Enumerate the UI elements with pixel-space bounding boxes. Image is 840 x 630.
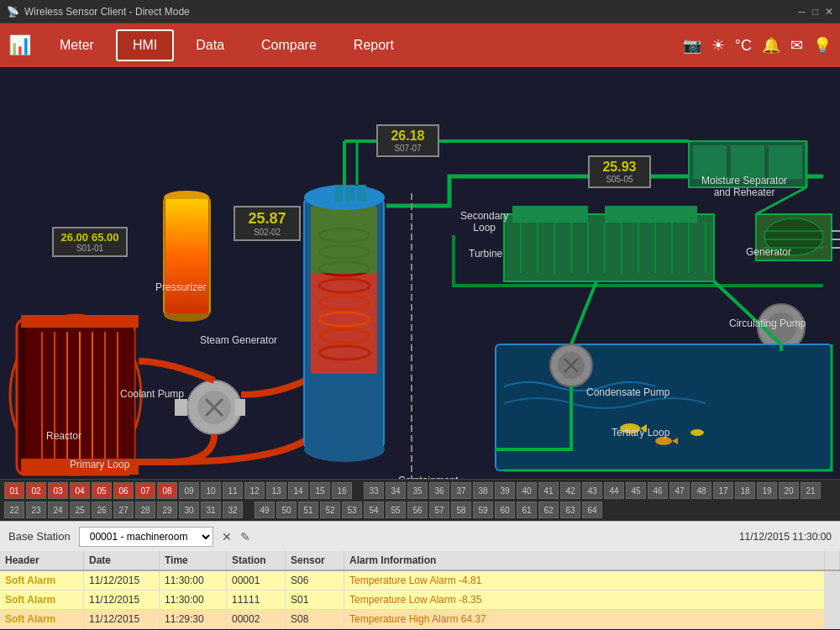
sensor-s0202[interactable]: 25.87 S02-02 bbox=[234, 206, 301, 241]
sensor-label: S01-01 bbox=[59, 244, 121, 253]
sensor-num-01[interactable]: 01 bbox=[4, 482, 24, 499]
base-station-select[interactable]: 00001 - machineroom bbox=[79, 527, 213, 547]
nav-hmi[interactable]: HMI bbox=[116, 29, 174, 61]
sensor-num-32[interactable]: 32 bbox=[223, 501, 243, 518]
sensor-num-31[interactable]: 31 bbox=[201, 501, 221, 518]
sensor-num-58[interactable]: 58 bbox=[451, 501, 471, 518]
sensor-num-14[interactable]: 14 bbox=[288, 482, 308, 499]
sensor-label: S05-05 bbox=[595, 175, 644, 184]
camera-icon[interactable]: 📷 bbox=[683, 36, 701, 55]
sensor-num-46[interactable]: 46 bbox=[648, 482, 668, 499]
sensor-num-57[interactable]: 57 bbox=[429, 501, 449, 518]
alarm-row-3[interactable]: Soft Alarm 11/12/2015 11:29:30 00002 S08… bbox=[0, 610, 840, 629]
sensor-num-18[interactable]: 18 bbox=[735, 482, 755, 499]
sensor-num-25[interactable]: 25 bbox=[70, 501, 90, 518]
sensor-value: 25.93 bbox=[595, 160, 644, 175]
svg-rect-55 bbox=[731, 145, 764, 179]
sensor-num-29[interactable]: 29 bbox=[157, 501, 177, 518]
email-icon[interactable]: ✉ bbox=[790, 36, 803, 55]
sensor-num-13[interactable]: 13 bbox=[266, 482, 286, 499]
sensor-num-36[interactable]: 36 bbox=[429, 482, 449, 499]
sensor-num-33[interactable]: 33 bbox=[364, 482, 384, 499]
sensor-num-07[interactable]: 07 bbox=[135, 482, 155, 499]
sensor-num-15[interactable]: 15 bbox=[310, 482, 330, 499]
sensor-num-37[interactable]: 37 bbox=[451, 482, 471, 499]
nav-data[interactable]: Data bbox=[181, 31, 239, 60]
sensor-s0505[interactable]: 25.93 S05-05 bbox=[588, 155, 651, 188]
brightness-icon[interactable]: ☀ bbox=[711, 36, 725, 55]
sensor-num-38[interactable]: 38 bbox=[473, 482, 493, 499]
sensor-num-10[interactable]: 10 bbox=[201, 482, 221, 499]
sensor-num-59[interactable]: 59 bbox=[473, 501, 493, 518]
nav-report[interactable]: Report bbox=[339, 31, 409, 60]
col-header-station: Station bbox=[227, 551, 286, 570]
sensor-num-17[interactable]: 17 bbox=[713, 482, 733, 499]
sensor-s0101[interactable]: 26.00 65.00 S01-01 bbox=[52, 227, 128, 257]
sensor-num-34[interactable]: 34 bbox=[386, 482, 406, 499]
sensor-num-54[interactable]: 54 bbox=[364, 501, 384, 518]
sensor-num-45[interactable]: 45 bbox=[626, 482, 646, 499]
sensor-num-49[interactable]: 49 bbox=[255, 501, 275, 518]
sensor-num-20[interactable]: 20 bbox=[779, 482, 799, 499]
sensor-num-02[interactable]: 02 bbox=[26, 482, 46, 499]
sensor-num-08[interactable]: 08 bbox=[157, 482, 177, 499]
hmi-display: 26.18 S07-07 25.93 S05-05 26.00 65.00 S0… bbox=[0, 67, 840, 479]
nav-compare[interactable]: Compare bbox=[246, 31, 332, 60]
sensor-num-64[interactable]: 64 bbox=[582, 501, 602, 518]
sensor-num-35[interactable]: 35 bbox=[407, 482, 428, 499]
sensor-num-39[interactable]: 39 bbox=[495, 482, 515, 499]
maximize-button[interactable]: □ bbox=[812, 6, 818, 18]
sensor-num-63[interactable]: 63 bbox=[560, 501, 580, 518]
sensor-num-62[interactable]: 62 bbox=[538, 501, 559, 518]
sensor-num-23[interactable]: 23 bbox=[26, 501, 46, 518]
sensor-num-09[interactable]: 09 bbox=[179, 482, 199, 499]
sensor-num-06[interactable]: 06 bbox=[113, 482, 134, 499]
alarm-icon[interactable]: 🔔 bbox=[762, 36, 780, 55]
sensor-num-21[interactable]: 21 bbox=[801, 482, 821, 499]
sensor-num-28[interactable]: 28 bbox=[135, 501, 155, 518]
sensor-num-11[interactable]: 11 bbox=[223, 482, 243, 499]
temperature-icon[interactable]: °C bbox=[735, 37, 752, 55]
sensor-num-47[interactable]: 47 bbox=[669, 482, 690, 499]
sensor-num-26[interactable]: 26 bbox=[92, 501, 112, 518]
sensor-num-43[interactable]: 43 bbox=[582, 482, 602, 499]
minimize-button[interactable]: ─ bbox=[798, 6, 806, 18]
sensor-grid: 01 02 03 04 05 06 07 08 09 10 11 12 13 1… bbox=[0, 479, 840, 521]
sensor-num-03[interactable]: 03 bbox=[48, 482, 68, 499]
settings-icon[interactable]: 💡 bbox=[813, 36, 832, 55]
sensor-num-24[interactable]: 24 bbox=[48, 501, 68, 518]
sensor-num-12[interactable]: 12 bbox=[244, 482, 265, 499]
sensor-num-05[interactable]: 05 bbox=[92, 482, 112, 499]
sensor-num-50[interactable]: 50 bbox=[276, 501, 297, 518]
sensor-num-30[interactable]: 30 bbox=[179, 501, 199, 518]
sensor-num-16[interactable]: 16 bbox=[332, 482, 352, 499]
sensor-num-42[interactable]: 42 bbox=[560, 482, 580, 499]
sensor-num-55[interactable]: 55 bbox=[386, 501, 406, 518]
sensor-num-40[interactable]: 40 bbox=[517, 482, 537, 499]
sensor-num-48[interactable]: 48 bbox=[691, 482, 711, 499]
alarm-station-1: 00001 bbox=[227, 571, 286, 590]
sensor-num-52[interactable]: 52 bbox=[320, 501, 340, 518]
sensor-num-41[interactable]: 41 bbox=[538, 482, 559, 499]
alarm-section: Header Date Time Station Sensor Alarm In… bbox=[0, 551, 840, 629]
sensor-s0707[interactable]: 26.18 S07-07 bbox=[376, 124, 439, 157]
close-button[interactable]: ✕ bbox=[825, 6, 833, 18]
sensor-num-19[interactable]: 19 bbox=[757, 482, 777, 499]
nav-meter[interactable]: Meter bbox=[45, 31, 109, 60]
sensor-num-61[interactable]: 61 bbox=[517, 501, 537, 518]
alarm-row-1[interactable]: Soft Alarm 11/12/2015 11:30:00 00001 S06… bbox=[0, 571, 840, 591]
sensor-num-51[interactable]: 51 bbox=[298, 501, 318, 518]
sensor-num-44[interactable]: 44 bbox=[604, 482, 624, 499]
sensor-num-56[interactable]: 56 bbox=[407, 501, 428, 518]
alarm-time-1: 11:30:00 bbox=[160, 571, 227, 590]
alarm-row-2[interactable]: Soft Alarm 11/12/2015 11:30:00 11111 S01… bbox=[0, 591, 840, 610]
sensor-num-22[interactable]: 22 bbox=[4, 501, 24, 518]
sensor-num-60[interactable]: 60 bbox=[495, 501, 515, 518]
sensor-num-27[interactable]: 27 bbox=[113, 501, 134, 518]
sensor-num-53[interactable]: 53 bbox=[342, 501, 362, 518]
app-icon: 📡 bbox=[7, 6, 19, 18]
sensor-num-04[interactable]: 04 bbox=[70, 482, 90, 499]
label-moisture-separator: Moisture Separator and Reheater bbox=[701, 175, 787, 198]
edit-config-icon[interactable]: ✎ bbox=[240, 530, 250, 543]
close-config-icon[interactable]: ✕ bbox=[222, 530, 232, 543]
